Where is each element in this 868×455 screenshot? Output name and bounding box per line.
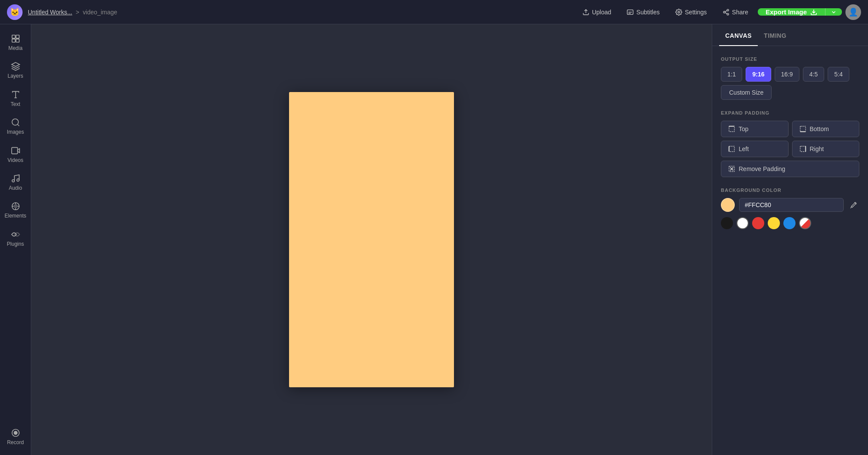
svg-rect-36 (729, 146, 734, 152)
sidebar-item-text[interactable]: Text (2, 86, 30, 112)
sidebar-item-images[interactable]: Images (2, 113, 30, 139)
sidebar-item-record[interactable]: Record (2, 424, 30, 450)
sidebar-item-media[interactable]: Media (2, 30, 30, 56)
padding-grid: Top Bottom (721, 121, 859, 177)
share-button[interactable]: Share (717, 5, 754, 19)
videos-icon (11, 146, 20, 155)
svg-point-6 (723, 11, 725, 13)
svg-point-7 (727, 13, 729, 15)
main-layout: Media Layers Text Images (0, 24, 868, 455)
sidebar-item-elements[interactable]: Elements (2, 197, 30, 223)
sidebar-item-videos[interactable]: Videos (2, 142, 30, 168)
color-hex-input[interactable] (739, 198, 844, 212)
sidebar-item-label-elements: Elements (4, 213, 26, 219)
expand-padding-section: EXPAND PADDING Top (721, 110, 859, 177)
eyedropper-button[interactable] (848, 199, 859, 211)
size-btn-9-16[interactable]: 9:16 (746, 67, 771, 82)
sidebar-item-audio[interactable]: Audio (2, 169, 30, 195)
avatar[interactable]: 👤 (845, 4, 861, 20)
svg-rect-20 (11, 147, 17, 154)
svg-line-8 (725, 13, 727, 14)
upload-icon (582, 9, 589, 16)
svg-rect-12 (16, 35, 19, 38)
sidebar-item-label-audio: Audio (9, 185, 22, 191)
breadcrumb-page: video_image (83, 9, 117, 16)
export-icon (810, 9, 817, 16)
right-panel-tabs: CANVAS TIMING (712, 24, 868, 46)
custom-size-button[interactable]: Custom Size (721, 85, 772, 100)
images-icon (11, 118, 20, 127)
padding-left-icon (728, 145, 735, 152)
svg-rect-32 (729, 126, 734, 132)
remove-padding-button[interactable]: Remove Padding (721, 161, 859, 177)
layers-icon (11, 62, 20, 71)
canvas-area (31, 24, 712, 455)
current-color-swatch[interactable] (721, 198, 735, 212)
svg-rect-34 (800, 126, 805, 132)
padding-bottom-button[interactable]: Bottom (792, 121, 860, 137)
sidebar-item-label-videos: Videos (7, 157, 23, 163)
breadcrumb-project[interactable]: Untitled Works... (28, 9, 72, 16)
svg-rect-38 (800, 146, 805, 152)
media-icon (11, 34, 20, 43)
eyedropper-icon (850, 201, 858, 209)
color-presets (721, 217, 859, 229)
padding-left-button[interactable]: Left (721, 141, 789, 157)
padding-row-3: Remove Padding (721, 161, 859, 177)
svg-point-18 (12, 119, 18, 125)
svg-point-22 (12, 180, 14, 182)
color-preset-blue[interactable] (783, 217, 796, 229)
background-color-label: BACKGROUND COLOR (721, 188, 859, 193)
svg-point-24 (14, 205, 17, 208)
topbar-actions: Upload Subtitles Settings Share (576, 4, 861, 20)
right-panel: CANVAS TIMING OUTPUT SIZE 1:1 9:16 16:9 … (712, 24, 868, 455)
audio-icon (11, 174, 20, 183)
svg-marker-15 (11, 63, 19, 66)
tab-timing[interactable]: TIMING (758, 24, 792, 46)
sidebar-item-label-layers: Layers (7, 73, 23, 79)
padding-top-button[interactable]: Top (721, 121, 789, 137)
size-btn-1-1[interactable]: 1:1 (721, 67, 742, 82)
output-size-section: OUTPUT SIZE 1:1 9:16 16:9 4:5 5:4 Custom… (721, 56, 859, 100)
color-preset-red[interactable] (752, 217, 764, 229)
settings-icon (675, 9, 682, 16)
size-buttons: 1:1 9:16 16:9 4:5 5:4 (721, 67, 859, 82)
size-btn-5-4[interactable]: 5:4 (828, 67, 849, 82)
padding-row-2: Left Right (721, 141, 859, 157)
sidebar-item-label-record: Record (7, 439, 24, 445)
color-preset-yellow[interactable] (768, 217, 780, 229)
color-preset-transparent[interactable] (799, 217, 811, 229)
svg-point-31 (14, 431, 17, 434)
tab-canvas[interactable]: CANVAS (719, 24, 758, 46)
padding-right-icon (799, 145, 806, 152)
canvas-content[interactable] (289, 92, 454, 387)
sidebar-item-plugins[interactable]: Plugins (2, 225, 30, 251)
svg-point-4 (678, 11, 680, 13)
svg-rect-13 (12, 39, 15, 42)
sidebar-item-label-media: Media (8, 45, 23, 51)
settings-button[interactable]: Settings (669, 5, 713, 19)
size-btn-4-5[interactable]: 4:5 (803, 67, 824, 82)
bg-color-row (721, 198, 859, 212)
sidebar-item-label-text: Text (10, 101, 20, 107)
size-btn-16-9[interactable]: 16:9 (775, 67, 799, 82)
elements-icon (11, 201, 20, 211)
subtitles-icon (627, 9, 634, 16)
topbar: 🐱 Untitled Works... > video_image Upload… (0, 0, 868, 24)
export-button-group: Export Image (758, 8, 842, 16)
padding-top-icon (728, 125, 735, 132)
left-sidebar: Media Layers Text Images (0, 24, 31, 455)
padding-row-1: Top Bottom (721, 121, 859, 137)
svg-rect-11 (12, 35, 15, 38)
color-preset-black[interactable] (721, 217, 733, 229)
breadcrumb-separator: > (76, 9, 79, 16)
share-icon (723, 9, 730, 16)
export-dropdown-button[interactable] (825, 8, 842, 16)
sidebar-item-layers[interactable]: Layers (2, 57, 30, 83)
upload-button[interactable]: Upload (576, 5, 617, 19)
subtitles-button[interactable]: Subtitles (621, 5, 666, 19)
app-logo[interactable]: 🐱 (7, 4, 23, 20)
color-preset-white[interactable] (736, 217, 749, 229)
padding-right-button[interactable]: Right (792, 141, 860, 157)
export-image-button[interactable]: Export Image (758, 8, 825, 16)
